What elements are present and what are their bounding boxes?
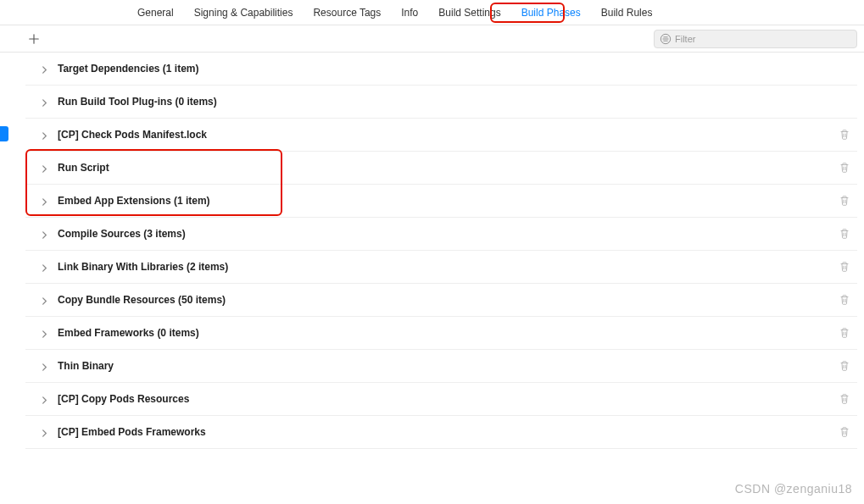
chevron-right-icon[interactable] <box>41 163 49 172</box>
chevron-right-icon[interactable] <box>41 64 49 73</box>
trash-icon[interactable] <box>839 195 850 207</box>
filter-input[interactable] <box>675 34 851 44</box>
build-phases-list: Target Dependencies (1 item)Run Build To… <box>0 53 864 449</box>
phase-title: Target Dependencies (1 item) <box>58 63 857 75</box>
trash-icon[interactable] <box>839 228 850 240</box>
tab-build-phases[interactable]: Build Phases <box>511 0 591 25</box>
phase-title: Thin Binary <box>58 360 839 372</box>
phase-title: Embed App Extensions (1 item) <box>58 195 839 207</box>
chevron-right-icon[interactable] <box>41 395 49 403</box>
phase-row[interactable]: Target Dependencies (1 item) <box>25 53 857 86</box>
phase-row[interactable]: [CP] Copy Pods Resources <box>25 383 857 416</box>
chevron-right-icon[interactable] <box>41 263 49 271</box>
chevron-right-icon[interactable] <box>41 329 49 337</box>
tab-general[interactable]: General <box>127 0 184 25</box>
phase-row[interactable]: Thin Binary <box>25 350 857 383</box>
trash-icon[interactable] <box>839 327 850 339</box>
phase-title: Embed Frameworks (0 items) <box>58 327 839 339</box>
phase-row[interactable]: Run Build Tool Plug-ins (0 items) <box>25 86 857 119</box>
tab-resource-tags[interactable]: Resource Tags <box>303 0 391 25</box>
sidebar-selection-marker <box>0 126 8 141</box>
phase-title: Link Binary With Libraries (2 items) <box>58 261 839 273</box>
phase-row[interactable]: [CP] Embed Pods Frameworks <box>25 416 857 449</box>
phase-title: [CP] Embed Pods Frameworks <box>58 426 839 438</box>
tab-info[interactable]: Info <box>391 0 428 25</box>
trash-icon[interactable] <box>839 393 850 405</box>
trash-icon[interactable] <box>839 261 850 273</box>
phase-title: Run Script <box>58 162 839 174</box>
chevron-right-icon[interactable] <box>41 197 49 205</box>
add-phase-button[interactable] <box>25 30 42 47</box>
filter-icon <box>660 33 672 45</box>
tab-build-settings[interactable]: Build Settings <box>428 0 510 25</box>
trash-icon[interactable] <box>839 129 850 141</box>
phase-row[interactable]: Compile Sources (3 items) <box>25 218 857 251</box>
watermark: CSDN @zenganiu18 <box>735 482 852 496</box>
phase-title: [CP] Check Pods Manifest.lock <box>58 129 839 141</box>
trash-icon[interactable] <box>839 426 850 438</box>
trash-icon[interactable] <box>839 360 850 372</box>
filter-box[interactable] <box>654 30 857 48</box>
editor-tabs: General Signing & Capabilities Resource … <box>0 0 864 25</box>
phase-row[interactable]: Copy Bundle Resources (50 items) <box>25 284 857 317</box>
phase-title: [CP] Copy Pods Resources <box>58 393 839 405</box>
chevron-right-icon[interactable] <box>41 130 49 139</box>
chevron-right-icon[interactable] <box>41 296 49 304</box>
phase-row[interactable]: Run Script <box>25 152 857 185</box>
chevron-right-icon[interactable] <box>41 97 49 106</box>
tab-signing[interactable]: Signing & Capabilities <box>184 0 304 25</box>
phase-row[interactable]: [CP] Check Pods Manifest.lock <box>25 119 857 152</box>
tab-build-rules[interactable]: Build Rules <box>591 0 663 25</box>
chevron-right-icon[interactable] <box>41 230 49 238</box>
trash-icon[interactable] <box>839 162 850 174</box>
phase-title: Compile Sources (3 items) <box>58 228 839 240</box>
toolbar <box>0 25 864 53</box>
phase-row[interactable]: Embed App Extensions (1 item) <box>25 185 857 218</box>
chevron-right-icon[interactable] <box>41 362 49 370</box>
chevron-right-icon[interactable] <box>41 428 49 436</box>
phase-row[interactable]: Embed Frameworks (0 items) <box>25 317 857 350</box>
trash-icon[interactable] <box>839 294 850 306</box>
phase-title: Copy Bundle Resources (50 items) <box>58 294 839 306</box>
phase-title: Run Build Tool Plug-ins (0 items) <box>58 96 857 108</box>
phase-row[interactable]: Link Binary With Libraries (2 items) <box>25 251 857 284</box>
